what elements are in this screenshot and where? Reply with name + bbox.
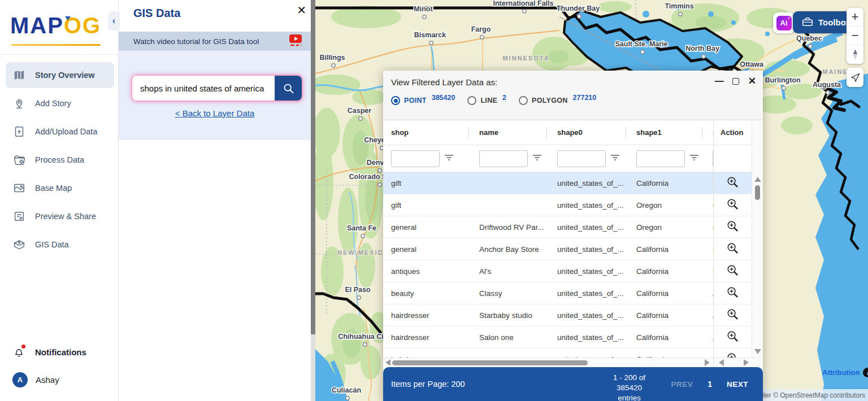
close-icon[interactable]: ✕	[748, 75, 756, 87]
scroll-left-arrow[interactable]	[385, 359, 390, 366]
action-column: Action	[713, 120, 752, 358]
sidebar-item-preview-share[interactable]: Preview & Share	[6, 203, 114, 229]
map-city-label: Casper	[348, 107, 372, 115]
radio-circle-icon[interactable]	[519, 96, 528, 105]
horizontal-scrollbar[interactable]	[383, 358, 763, 367]
table-row[interactable]: hairdresserStarbaby studiounited_states_…	[383, 304, 713, 326]
filter-icon[interactable]	[444, 153, 454, 164]
map-city-dot	[378, 169, 381, 172]
map-region-label: NEW MEXICO	[337, 249, 389, 256]
panel-scrollbar[interactable]	[311, 0, 315, 401]
vertical-scrollbar[interactable]	[752, 120, 763, 358]
scroll-right-arrow[interactable]	[705, 359, 710, 366]
sidebar-item-add-story[interactable]: Add Story	[6, 90, 114, 116]
ai-tool-button[interactable]: Ai	[773, 12, 795, 33]
map-city-dot	[782, 86, 785, 90]
zoom-in-button[interactable]: +	[847, 8, 863, 27]
filter-icon[interactable]	[689, 153, 699, 164]
zoom-to-feature-button[interactable]	[714, 260, 752, 282]
compass-button[interactable]	[847, 45, 863, 64]
cell-shape2: M	[705, 245, 713, 254]
items-per-page[interactable]: Items per Page: 200	[391, 380, 465, 389]
filter-input-shop[interactable]	[391, 150, 440, 167]
cell-shape0: united_states_of_...	[549, 245, 628, 254]
maximize-icon[interactable]	[732, 78, 739, 85]
filter-input-shape1[interactable]	[636, 150, 685, 167]
user-profile[interactable]: A Ashay	[12, 372, 114, 387]
table-row[interactable]: generalAnchor Bay Storeunited_states_of_…	[383, 238, 713, 260]
filter-cell-shape0	[549, 150, 628, 167]
action-scroll-right-arrow[interactable]	[744, 359, 749, 366]
radio-circle-icon[interactable]	[391, 96, 400, 105]
zoom-to-feature-button[interactable]	[714, 348, 752, 358]
sidebar-item-story-overview[interactable]: Story Overview	[6, 62, 114, 88]
attribution[interactable]: Attribution i	[822, 368, 868, 377]
column-header-shape0[interactable]: shape0	[549, 127, 628, 138]
table-row[interactable]: generalDriftwood RV Par...united_states_…	[383, 216, 713, 238]
filter-cell-name	[471, 150, 549, 167]
radio-point[interactable]: POINT385420	[391, 96, 455, 105]
radio-polygon[interactable]: POLYGON277210	[519, 96, 596, 105]
sidebar-item-base-map[interactable]: Base Map	[6, 175, 114, 201]
filter-icon[interactable]	[532, 153, 542, 164]
zoom-to-feature-button[interactable]	[714, 326, 752, 348]
back-to-layer-data[interactable]: < Back to Layer Data	[119, 108, 311, 119]
zoom-to-feature-button[interactable]	[714, 216, 752, 238]
zoom-out-button[interactable]: −	[847, 27, 863, 45]
filter-icon[interactable]	[610, 153, 620, 164]
filter-input-name[interactable]	[479, 150, 528, 167]
sidebar-item-add-upload-data[interactable]: Add/Upload Data	[6, 119, 114, 145]
table-row[interactable]: hairdresserunited_states_of_...Californi…	[383, 348, 713, 358]
attribution-label[interactable]: Attribution	[822, 368, 860, 377]
prev-page-button[interactable]: PREV	[671, 380, 693, 389]
filter-input-shape0[interactable]	[557, 150, 606, 167]
table-row[interactable]: giftunited_states_of_...CaliforniaH	[383, 172, 713, 194]
panel-close-icon[interactable]: ✕	[294, 1, 309, 19]
ai-icon: Ai	[776, 16, 792, 30]
sidebar-nav: Story OverviewAdd StoryAdd/Upload DataPr…	[6, 62, 114, 260]
cell-shop: general	[383, 245, 471, 254]
search-button[interactable]	[275, 76, 302, 101]
panel-collapse-button[interactable]: ‹	[108, 11, 120, 30]
action-scroll-left-arrow[interactable]	[719, 359, 724, 366]
cell-shape1: California	[628, 333, 705, 342]
table-row[interactable]: hairdresserSalon oneunited_states_of_...…	[383, 326, 713, 348]
column-header-name[interactable]: name	[471, 127, 549, 138]
cell-name: Starbaby studio	[471, 311, 549, 320]
video-tutorial-label: Watch video tutorial for GIS Data tool	[133, 37, 259, 46]
scroll-up-arrow[interactable]	[754, 177, 761, 182]
sidebar-item-gis-data[interactable]: GIS Data	[6, 232, 114, 258]
current-page[interactable]: 1	[708, 380, 712, 389]
vertical-scroll-thumb[interactable]	[755, 185, 760, 200]
column-header-shape1[interactable]: shape1	[628, 127, 705, 138]
sidebar-item-process-data[interactable]: Process Data	[6, 147, 114, 173]
search-input[interactable]	[132, 76, 275, 101]
column-header-shop[interactable]: shop	[383, 127, 471, 138]
radio-line[interactable]: LINE2	[467, 96, 506, 105]
cell-shop: gift	[383, 179, 471, 188]
info-icon[interactable]: i	[863, 368, 868, 377]
zoom-to-feature-button[interactable]	[714, 282, 752, 304]
horizontal-scroll-thumb[interactable]	[392, 360, 588, 365]
video-tutorial-banner[interactable]: Watch video tutorial for GIS Data tool	[119, 32, 311, 51]
sidebar-item-label: GIS Data	[35, 240, 69, 249]
next-page-button[interactable]: NEXT	[727, 380, 748, 389]
table-row[interactable]: antiquesAl'sunited_states_of_...Californ…	[383, 260, 713, 282]
map-city-dot	[359, 117, 362, 120]
table-row[interactable]: giftunited_states_of_...OregonC	[383, 194, 713, 216]
column-header-shape2[interactable]: shape2	[705, 127, 713, 138]
zoom-to-feature-button[interactable]	[714, 304, 752, 326]
zoom-in-icon	[726, 330, 739, 345]
cell-shape2: M	[705, 267, 713, 276]
locate-button[interactable]	[847, 68, 863, 87]
scroll-down-arrow[interactable]	[754, 349, 761, 354]
radio-count: 385420	[432, 94, 455, 102]
notifications-item[interactable]: Notifications	[12, 345, 114, 359]
radio-circle-icon[interactable]	[467, 96, 476, 105]
zoom-to-feature-button[interactable]	[714, 238, 752, 260]
zoom-to-feature-button[interactable]	[714, 172, 752, 194]
action-filter-spacer	[714, 145, 752, 172]
zoom-to-feature-button[interactable]	[714, 194, 752, 216]
minimize-icon[interactable]: —	[715, 76, 723, 86]
table-row[interactable]: beautyClassyunited_states_of_...Californ…	[383, 282, 713, 304]
